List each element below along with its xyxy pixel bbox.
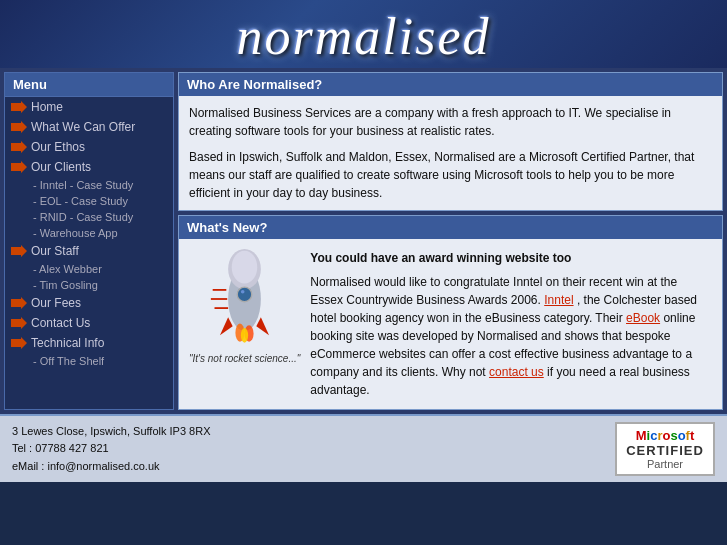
microsoft-logo: Microsoft bbox=[625, 428, 705, 443]
inntel-link[interactable]: Inntel bbox=[544, 293, 573, 307]
arrow-icon bbox=[11, 297, 27, 309]
whats-new-text: You could have an award winning website … bbox=[310, 249, 712, 399]
ebook-link[interactable]: eBook bbox=[626, 311, 660, 325]
svg-marker-3 bbox=[11, 161, 27, 173]
ms-certified-label: CERTIFIED bbox=[625, 443, 705, 458]
sidebar-item-our-ethos[interactable]: Our Ethos bbox=[5, 137, 173, 157]
svg-marker-5 bbox=[11, 297, 27, 309]
sidebar-item-inntel[interactable]: - Inntel - Case Study bbox=[5, 177, 173, 193]
sidebar-item-our-staff[interactable]: Our Staff bbox=[5, 241, 173, 261]
logo: normalised bbox=[237, 7, 491, 66]
whats-new-subtitle: You could have an award winning website … bbox=[310, 249, 712, 267]
arrow-icon bbox=[11, 337, 27, 349]
footer-address-line1: 3 Lewes Close, Ipswich, Suffolk IP3 8RX bbox=[12, 423, 211, 441]
main-container: Menu Home What We Can Offer Our Ethos bbox=[0, 68, 727, 414]
sidebar: Menu Home What We Can Offer Our Ethos bbox=[4, 72, 174, 410]
sidebar-item-off-the-shelf[interactable]: - Off The Shelf bbox=[5, 353, 173, 369]
whats-new-body: "It's not rocket science..." You could h… bbox=[179, 239, 722, 409]
svg-marker-2 bbox=[11, 141, 27, 153]
rocket-image bbox=[202, 249, 287, 349]
arrow-icon bbox=[11, 141, 27, 153]
svg-marker-1 bbox=[11, 121, 27, 133]
sidebar-title: Menu bbox=[5, 73, 173, 97]
svg-marker-7 bbox=[11, 337, 27, 349]
rocket-caption: "It's not rocket science..." bbox=[189, 353, 300, 364]
whats-new-title: What's New? bbox=[179, 216, 722, 239]
who-para1: Normalised Business Services are a compa… bbox=[189, 104, 712, 140]
sidebar-item-our-clients[interactable]: Our Clients bbox=[5, 157, 173, 177]
rocket-area: "It's not rocket science..." bbox=[189, 249, 300, 364]
header: normalised bbox=[0, 0, 727, 68]
arrow-icon bbox=[11, 317, 27, 329]
sidebar-item-our-fees[interactable]: Our Fees bbox=[5, 293, 173, 313]
arrow-icon bbox=[11, 101, 27, 113]
who-title: Who Are Normalised? bbox=[179, 73, 722, 96]
contact-us-link[interactable]: contact us bbox=[489, 365, 544, 379]
sidebar-item-eol[interactable]: - EOL - Case Study bbox=[5, 193, 173, 209]
sidebar-item-technical-info[interactable]: Technical Info bbox=[5, 333, 173, 353]
sidebar-item-home[interactable]: Home bbox=[5, 97, 173, 117]
footer: 3 Lewes Close, Ipswich, Suffolk IP3 8RX … bbox=[0, 414, 727, 482]
svg-point-17 bbox=[241, 328, 248, 343]
svg-marker-0 bbox=[11, 101, 27, 113]
sidebar-item-tim[interactable]: - Tim Gosling bbox=[5, 277, 173, 293]
svg-marker-14 bbox=[256, 317, 269, 335]
svg-marker-13 bbox=[220, 317, 233, 335]
footer-address: 3 Lewes Close, Ipswich, Suffolk IP3 8RX … bbox=[12, 423, 211, 476]
sidebar-item-alex[interactable]: - Alex Webber bbox=[5, 261, 173, 277]
svg-point-10 bbox=[232, 251, 257, 284]
ms-partner-label: Partner bbox=[625, 458, 705, 470]
who-are-normalised-box: Who Are Normalised? Normalised Business … bbox=[178, 72, 723, 211]
who-para2: Based in Ipswich, Suffolk and Maldon, Es… bbox=[189, 148, 712, 202]
footer-email: eMail : info@normalised.co.uk bbox=[12, 458, 211, 476]
arrow-icon bbox=[11, 245, 27, 257]
whats-new-box: What's New? bbox=[178, 215, 723, 410]
sidebar-item-what-we-can-offer[interactable]: What We Can Offer bbox=[5, 117, 173, 137]
footer-tel: Tel : 07788 427 821 bbox=[12, 440, 211, 458]
who-body: Normalised Business Services are a compa… bbox=[179, 96, 722, 210]
sidebar-item-rnid[interactable]: - RNID - Case Study bbox=[5, 209, 173, 225]
microsoft-badge: Microsoft CERTIFIED Partner bbox=[615, 422, 715, 476]
content-area: Who Are Normalised? Normalised Business … bbox=[178, 72, 723, 410]
svg-point-11 bbox=[237, 287, 252, 302]
sidebar-item-warehouse[interactable]: - Warehouse App bbox=[5, 225, 173, 241]
svg-marker-6 bbox=[11, 317, 27, 329]
whats-new-paragraph: Normalised would like to congratulate In… bbox=[310, 273, 712, 399]
sidebar-item-contact-us[interactable]: Contact Us bbox=[5, 313, 173, 333]
arrow-icon bbox=[11, 121, 27, 133]
svg-point-12 bbox=[241, 290, 245, 294]
arrow-icon bbox=[11, 161, 27, 173]
svg-marker-4 bbox=[11, 245, 27, 257]
